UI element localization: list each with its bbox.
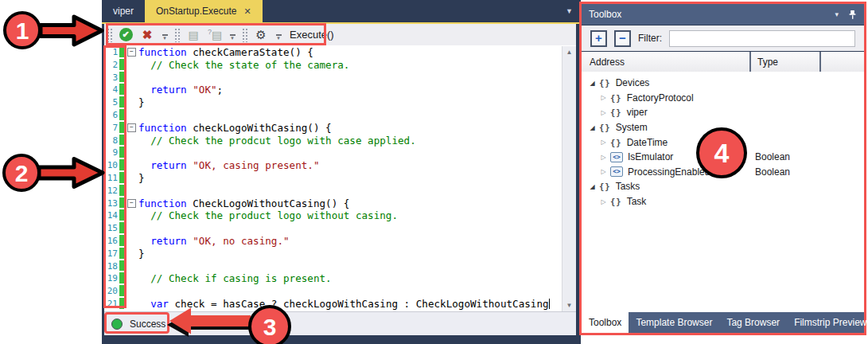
question-list-icon-disabled: ?▤	[207, 27, 223, 43]
code-line[interactable]: }	[138, 172, 562, 185]
script-toolbar: ✔ ✖ ▾ ▤ ?▤ ▾ ⚙ ▾ Execute()	[104, 24, 576, 45]
expand-arrow-icon[interactable]: ▷	[599, 168, 608, 175]
gear-icon[interactable]: ⚙	[253, 27, 269, 43]
collapse-region-icon[interactable]: −	[127, 48, 136, 57]
collapse-region-icon[interactable]: −	[127, 123, 136, 132]
tab-onstartup-label: OnStartup.Execute	[156, 6, 236, 17]
validate-button[interactable]: ✔	[118, 27, 134, 43]
tree-row-isemulator[interactable]: ▷<>IsEmulatorBoolean	[582, 150, 864, 165]
code-line[interactable]	[138, 109, 562, 122]
vertical-scrollbar[interactable]: ▲ ▼	[562, 46, 576, 311]
code-line[interactable]: // Check the product logo without casing…	[138, 209, 562, 222]
collapse-region-icon[interactable]: −	[127, 199, 136, 208]
toolbar-grip-icon[interactable]	[174, 28, 180, 42]
scroll-up-icon[interactable]: ▲	[566, 49, 573, 56]
remove-button[interactable]: −	[614, 30, 631, 47]
gutter-line: 9	[104, 147, 125, 159]
toolbar-overflow-icon[interactable]: ▾	[228, 34, 236, 40]
tab-viper[interactable]: viper	[102, 0, 145, 22]
line-number: 9	[104, 147, 118, 159]
tree-item-label: viper	[627, 107, 648, 118]
expand-arrow-icon[interactable]: ▷	[599, 94, 608, 101]
code-line[interactable]: return "OK";	[138, 84, 562, 96]
bottom-tab-filmstrip-preview[interactable]: Filmstrip Preview	[787, 312, 868, 333]
column-header-type[interactable]: Type	[751, 52, 821, 72]
list-icon-disabled: ▤	[185, 27, 201, 43]
code-line[interactable]	[138, 72, 562, 84]
bottom-tab-tag-browser[interactable]: Tag Browser	[719, 312, 787, 333]
address-tree[interactable]: ◢{}Devices▷{}FactoryProtocol▷{}viper◢{}S…	[582, 72, 864, 312]
expand-arrow-icon[interactable]: ▷	[599, 154, 608, 161]
tree-row-tasks[interactable]: ◢{}Tasks	[582, 179, 864, 194]
code-line[interactable]: return "OK, no casing."	[138, 235, 562, 248]
code-line[interactable]: }	[138, 96, 562, 109]
tree-item-label: DateTime	[627, 137, 668, 148]
code-line[interactable]: return "OK, casing present."	[138, 159, 562, 172]
toolbar-grip-icon[interactable]	[107, 28, 112, 42]
window-position-chevron-icon[interactable]: ▼	[566, 7, 573, 15]
code-text-area[interactable]: function checkCameraState() { // Check t…	[138, 46, 562, 311]
collapse-arrow-icon[interactable]: ◢	[588, 183, 597, 190]
toolbar-overflow-icon[interactable]: ▾	[274, 34, 282, 40]
code-line[interactable]: function CheckLogoWithoutCasing() {	[138, 197, 562, 210]
bottom-tab-template-browser[interactable]: Template Browser	[629, 312, 719, 333]
text-caret	[549, 299, 551, 309]
tree-row-task[interactable]: ▷{}Task	[582, 194, 864, 209]
document-tab-bar: viper OnStartup.Execute ✕ ▼	[102, 0, 581, 24]
tree-row-datetime[interactable]: ▷{}DateTime	[582, 135, 864, 150]
code-line[interactable]: var check = hasCase ? checkLogoWithCasin…	[138, 298, 562, 311]
cancel-button[interactable]: ✖	[139, 27, 155, 43]
gutter-line: 13	[104, 197, 125, 210]
tab-onstartup-execute[interactable]: OnStartup.Execute ✕	[145, 0, 263, 22]
tree-row-viper[interactable]: ▷{}viper	[582, 105, 864, 120]
tag-icon: <>	[610, 152, 623, 162]
bottom-tab-toolbox[interactable]: Toolbox	[582, 312, 629, 333]
scroll-down-icon[interactable]: ▼	[566, 302, 573, 309]
column-header-address[interactable]: Address	[582, 52, 751, 72]
tree-row-processingenabled[interactable]: ▷<>ProcessingEnabledBoolean	[582, 165, 864, 180]
code-line[interactable]: }	[138, 248, 562, 260]
code-line[interactable]	[138, 222, 562, 235]
code-line[interactable]: // Check the prodcut logo with case appl…	[138, 135, 562, 147]
tree-row-system[interactable]: ◢{}System	[582, 120, 864, 135]
change-tracking-bar	[119, 285, 124, 298]
toolbar-overflow-icon[interactable]: ▾	[161, 34, 169, 40]
collapse-arrow-icon[interactable]: ◢	[588, 124, 597, 131]
code-line[interactable]	[138, 285, 562, 298]
add-button[interactable]: +	[590, 30, 607, 47]
line-number: 6	[104, 109, 118, 122]
collapse-arrow-icon[interactable]: ◢	[588, 80, 597, 87]
braces-object-icon: {}	[610, 197, 622, 206]
code-line[interactable]	[138, 147, 562, 159]
pin-icon[interactable]	[848, 10, 857, 20]
toolbar-grip-icon[interactable]	[242, 28, 247, 42]
tree-row-factoryprotocol[interactable]: ▷{}FactoryProtocol	[582, 91, 864, 106]
filter-input[interactable]	[669, 30, 855, 47]
code-line[interactable]: function checkCameraState() {	[138, 46, 562, 59]
execute-method-button[interactable]: Execute()	[288, 29, 334, 41]
expand-arrow-icon[interactable]: ▷	[599, 139, 608, 146]
tree-row-devices[interactable]: ◢{}Devices	[582, 76, 864, 91]
expand-arrow-icon[interactable]: ▷	[599, 109, 608, 116]
code-editor[interactable]: 123456789101112131415161718192021 −−− fu…	[104, 45, 576, 311]
code-line[interactable]	[138, 185, 562, 197]
chevron-down-icon[interactable]: ▾	[835, 10, 839, 18]
status-label: Success	[130, 319, 165, 330]
close-icon[interactable]: ✕	[243, 6, 251, 17]
braces-object-icon: {}	[610, 138, 622, 147]
code-segment: }	[138, 248, 145, 260]
change-tracking-bar	[119, 209, 124, 222]
line-number: 18	[104, 260, 118, 273]
code-line[interactable]	[138, 260, 562, 273]
code-line[interactable]: // Check the state of the camera.	[138, 59, 562, 72]
gutter-line: 3	[104, 72, 125, 84]
change-tracking-bar	[119, 159, 124, 172]
code-line[interactable]: function checkLogoWithCasing() {	[138, 122, 562, 135]
tree-item-label: IsEmulator	[628, 151, 673, 162]
gutter-line: 12	[104, 185, 125, 197]
expand-arrow-icon[interactable]: ▷	[599, 198, 608, 205]
code-line[interactable]: // Check if casing is present.	[138, 272, 562, 285]
screenshot-canvas: viper OnStartup.Execute ✕ ▼ ✔ ✖ ▾ ▤ ?▤ ▾…	[0, 0, 868, 344]
line-number: 2	[104, 59, 118, 72]
line-number: 13	[104, 197, 118, 210]
